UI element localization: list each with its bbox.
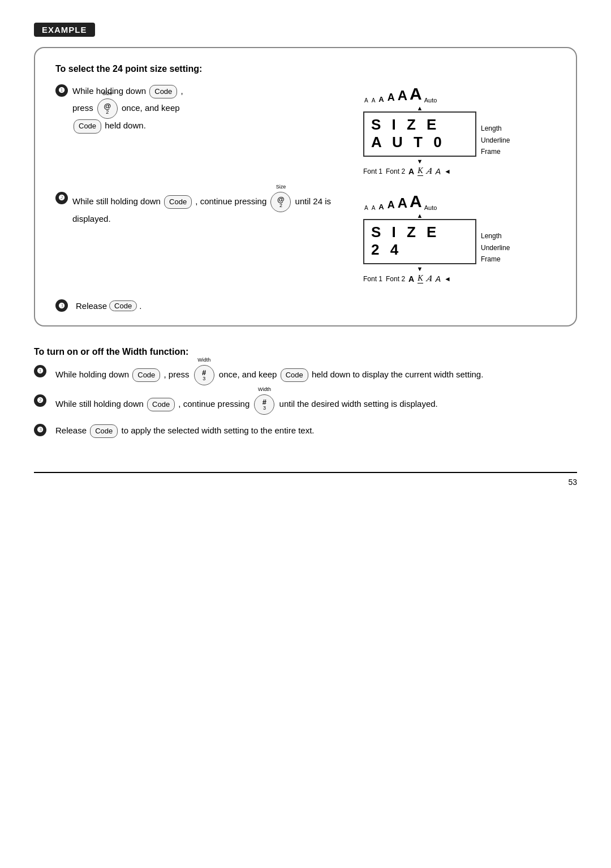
font-label1: Font 1: [363, 167, 382, 175]
width-step3-text-b: to apply the selected width setting to t…: [121, 426, 314, 435]
step-2-right: A A A A A A Auto ▲ S I Z E 2 4 ▼: [363, 192, 556, 283]
step-3-num: ❸: [55, 299, 68, 312]
step-1-text: ❶ While holding down Code , press Size @…: [55, 84, 346, 134]
font-label2: Font 2: [386, 167, 405, 175]
width-code-key1: Code: [132, 368, 160, 383]
step-1-right: A A A A A A Auto ▲ S I Z E A U T 0: [363, 84, 556, 176]
size-a3a: A: [378, 95, 384, 104]
width-step2-text-c: until the desired width setting is displ…: [279, 399, 438, 409]
width-step-3: ❸ Release Code to apply the selected wid…: [34, 424, 577, 438]
step-2-row: ❷ While still holding down Code , contin…: [55, 192, 556, 283]
size-key-2: Size @ 2: [270, 192, 291, 212]
lcd-panel-1: S I Z E A U T 0: [363, 111, 476, 157]
step3-text-a: Release: [76, 301, 107, 311]
width-key2-sub: 3: [263, 406, 266, 411]
step-1-num: ❶: [55, 84, 68, 97]
width-key-2: Width # 3: [254, 394, 274, 415]
step-2-num: ❷: [55, 192, 68, 204]
label-frame-2: Frame: [481, 253, 510, 265]
step-2-left: ❷ While still holding down Code , contin…: [55, 192, 363, 226]
step1-text-b: ,: [181, 86, 183, 96]
step3-text-b: .: [139, 301, 141, 311]
step-1-content: While holding down Code , press Size @ 2…: [72, 84, 346, 134]
size-auto-2: Auto: [424, 204, 437, 211]
width-key1-top: Width: [197, 358, 210, 363]
lcd-panel-wrap-2: ▲ S I Z E 2 4 ▼ Font 1 Font 2 A K 𝐴: [363, 212, 476, 283]
lcd-row1-1: S I Z E: [371, 116, 468, 134]
width-step-2: ❷ While still holding down Code , contin…: [34, 394, 577, 415]
width-title: To turn on or off the Width function:: [34, 347, 577, 357]
size-indicators-2: A A A A A A Auto: [363, 192, 556, 211]
size-auto-1: Auto: [424, 97, 437, 104]
step2-text-b: , continue pressing: [195, 196, 266, 206]
font-a2-2: K: [418, 274, 423, 283]
size-a1: A: [364, 97, 368, 104]
size-key-1: Size @ 2: [97, 98, 118, 119]
size-key-top-label: Size: [102, 91, 113, 96]
example-badge: EXAMPLE: [34, 23, 95, 37]
font-label3: Font 1: [363, 275, 382, 283]
size-key2-sub: 2: [279, 203, 282, 208]
width-key-1: Width # 3: [194, 365, 214, 385]
lcd-row2-2: 2 4: [371, 241, 468, 259]
lcd-row2-1: A U T 0: [371, 134, 468, 151]
code-key-1b: Code: [74, 119, 101, 134]
font-arrow-2: ◄: [444, 275, 451, 283]
font-arrow-1: ◄: [444, 167, 451, 175]
width-step3-text-a: Release: [55, 426, 87, 435]
width-code-key1b: Code: [281, 368, 308, 383]
width-step2-text-a: While still holding down: [55, 399, 144, 409]
size2-a4: A: [388, 199, 395, 211]
label-length-1: Length: [481, 123, 510, 134]
size-a2a: A: [372, 97, 376, 104]
width-step-3-num: ❸: [34, 424, 46, 436]
lcd-wrapper-1: A A A A A A Auto ▲ S I Z E A U T 0: [363, 84, 556, 176]
code-key-2: Code: [164, 195, 192, 209]
width-step1-text-d: held down to display the current width s…: [312, 369, 484, 379]
step-3-row: ❸ Release Code .: [55, 299, 556, 312]
size-indicators-1: A A A A A A Auto: [363, 84, 556, 104]
label-underline-1: Underline: [481, 135, 510, 146]
lcd-container-1: ▲ S I Z E A U T 0 ▼ Font 1 Font 2 A K: [363, 105, 556, 176]
font-a1-1: A: [408, 167, 414, 176]
font-label4: Font 2: [386, 275, 405, 283]
font-a4-1: A: [436, 167, 441, 176]
font-a3-2: 𝐴: [427, 274, 432, 283]
size2-a6: A: [410, 192, 422, 211]
lcd-container-2: ▲ S I Z E 2 4 ▼ Font 1 Font 2 A K 𝐴: [363, 212, 556, 283]
code-key-3: Code: [109, 300, 137, 311]
width-key2-top: Width: [258, 387, 271, 392]
section-title: To select the 24 point size setting:: [55, 64, 556, 74]
step1-text-d: held down.: [105, 121, 146, 130]
width-step1-text-c: once, and keep: [219, 369, 277, 379]
code-key-1: Code: [149, 85, 177, 99]
label-frame-1: Frame: [481, 146, 510, 157]
size-key-sub: 2: [106, 110, 109, 115]
lcd-row1-2: S I Z E: [371, 224, 468, 241]
font-a1-2: A: [408, 274, 414, 283]
size-a4a: A: [388, 92, 395, 104]
width-step-3-content: Release Code to apply the selected width…: [55, 424, 577, 438]
width-step2-text-b: , continue pressing: [178, 399, 249, 409]
font-a4-2: A: [436, 274, 441, 283]
lcd-right-2: Length Underline Frame: [476, 212, 510, 283]
label-length-2: Length: [481, 230, 510, 242]
size2-a3: A: [378, 203, 384, 211]
width-step-1-content: While holding down Code , press Width # …: [55, 365, 577, 385]
page-number: 53: [568, 478, 577, 487]
size2-a5: A: [398, 195, 407, 211]
font-a3-1: 𝐴: [427, 166, 432, 176]
arrow-down-1: ▼: [363, 158, 476, 165]
arrow-up-1: ▲: [363, 105, 476, 111]
width-key1-sub: 3: [203, 376, 205, 381]
step1-text-c: once, and keep: [122, 103, 180, 113]
lcd-panel-2: S I Z E 2 4: [363, 219, 476, 264]
step-2-content: While still holding down Code , continue…: [72, 192, 346, 226]
width-step1-text-b: , press: [164, 369, 190, 379]
lcd-right-1: Length Underline Frame: [476, 105, 510, 176]
width-step-1: ❶ While holding down Code , press Width …: [34, 365, 577, 385]
step-1-row: ❶ While holding down Code , press Size @…: [55, 84, 556, 176]
width-step-1-num: ❶: [34, 365, 46, 377]
example-box: To select the 24 point size setting: ❶ W…: [34, 47, 577, 326]
step2-text-a: While still holding down: [72, 196, 161, 206]
